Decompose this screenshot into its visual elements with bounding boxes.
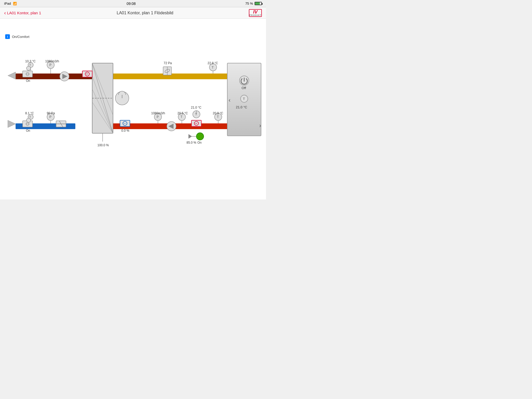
temp-label-supply-2: 22.8 °C bbox=[208, 61, 218, 65]
wifi-icon: 📶 bbox=[13, 2, 17, 5]
battery-icon bbox=[255, 2, 262, 5]
svg-text:T: T bbox=[217, 115, 219, 119]
temp-label-return-1: 8.1 °C bbox=[25, 111, 34, 115]
status-right: 75 % bbox=[245, 2, 262, 5]
tiny-sensor-1[interactable] bbox=[26, 66, 31, 70]
valve-pos-3: 85.0 % bbox=[187, 141, 196, 144]
svg-text:T: T bbox=[29, 116, 31, 118]
back-label: LA01 Kontor, plan 1 bbox=[7, 11, 41, 15]
status-time: 09:08 bbox=[127, 2, 136, 6]
temp-label-supply-1: 10.3 °C bbox=[25, 59, 36, 63]
valve-status-green[interactable] bbox=[196, 133, 204, 140]
temp-label-return-3: 21.0 °C bbox=[191, 106, 201, 109]
device-label: iPad bbox=[4, 2, 11, 5]
panel-status-label: Off bbox=[242, 86, 246, 90]
flow-label-supply: 1080m3/h bbox=[45, 59, 59, 63]
supply-status-label: On bbox=[26, 79, 30, 83]
panel-chevron-left[interactable]: ‹ bbox=[229, 97, 230, 103]
svg-text:T: T bbox=[243, 97, 245, 101]
status-left: iPad 📶 bbox=[4, 2, 17, 5]
flow-diagram: ‹ › Off T 21.0 °C T 10.3 °C On P 1080m3/… bbox=[0, 19, 266, 200]
flow-label-return: 1080m3/h bbox=[151, 111, 165, 115]
nav-bar: ‹ LA01 Kontor, plan 1 LA01 Kontor, plan … bbox=[0, 7, 266, 19]
battery-label: 75 % bbox=[245, 2, 253, 5]
svg-text:+: + bbox=[195, 122, 197, 125]
valve-pos-2: 0.0 % bbox=[121, 129, 129, 132]
svg-marker-41 bbox=[189, 134, 192, 138]
logo-text: IV bbox=[253, 10, 257, 14]
svg-text:P: P bbox=[49, 115, 51, 119]
back-chevron-icon: ‹ bbox=[4, 10, 6, 16]
valve-pos-1: 100.0 % bbox=[97, 143, 109, 147]
svg-text:T: T bbox=[29, 64, 31, 66]
logo: IV PRODUKT bbox=[249, 9, 262, 17]
temp-label-return-2: 20.5 °C bbox=[177, 111, 188, 115]
svg-text:T: T bbox=[195, 112, 197, 116]
logo-subtext: PRODUKT bbox=[249, 14, 262, 16]
back-button[interactable]: ‹ LA01 Kontor, plan 1 bbox=[4, 10, 41, 16]
pressure-label-return-1: 90 Pa bbox=[47, 111, 55, 115]
return-status-label: On bbox=[26, 129, 30, 132]
svg-text:−: − bbox=[124, 121, 126, 125]
svg-text:T: T bbox=[181, 115, 183, 119]
svg-text:+: + bbox=[86, 72, 88, 76]
pressure-label-supply-2: 72 Pa bbox=[164, 61, 172, 65]
supply-arrow-left bbox=[8, 72, 16, 79]
svg-text:P: P bbox=[157, 115, 159, 119]
valve-on-label: On bbox=[197, 141, 202, 144]
return-arrow-right bbox=[8, 120, 16, 128]
svg-text:P: P bbox=[49, 63, 51, 67]
tiny-sensor-2[interactable] bbox=[26, 118, 31, 122]
temp-label-return-4: 20.9 °C bbox=[213, 111, 223, 115]
page-title: LA01 Kontor, plan 1 Flödesbild bbox=[117, 11, 173, 15]
main-content: i On/Comfort bbox=[0, 19, 266, 200]
panel-temp-value: 21.0 °C bbox=[236, 105, 247, 109]
panel-chevron-right[interactable]: › bbox=[259, 122, 261, 129]
return-pipe-right bbox=[100, 123, 230, 129]
svg-text:T: T bbox=[212, 66, 214, 69]
status-bar: iPad 📶 09:08 75 % bbox=[0, 0, 266, 7]
